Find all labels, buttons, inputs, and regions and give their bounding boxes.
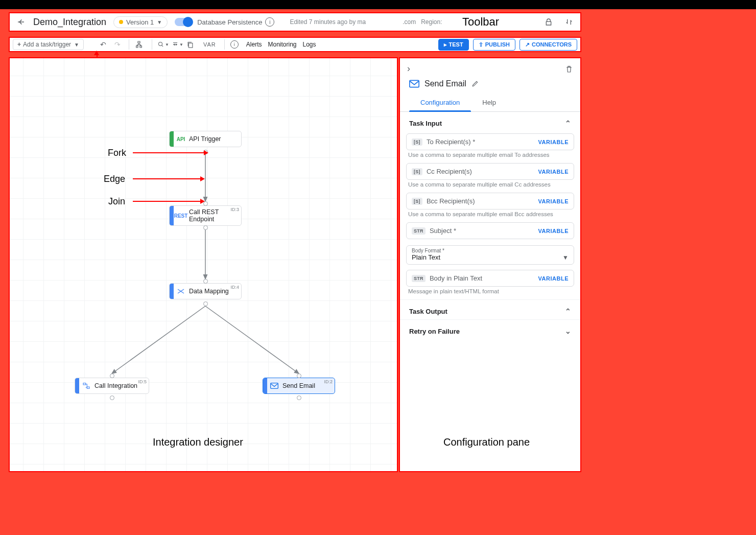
variable-link[interactable]: VARIABLE — [538, 139, 569, 145]
edit-name-button[interactable] — [471, 80, 479, 87]
node-port-out[interactable] — [110, 396, 114, 400]
node-label: Send Email — [281, 379, 320, 392]
section-label: Retry on Failure — [409, 328, 460, 335]
variable-link[interactable]: VARIABLE — [538, 169, 569, 175]
align-button[interactable]: ▼ — [172, 41, 183, 48]
separator — [152, 39, 152, 50]
undo-button[interactable]: ↶ — [98, 40, 109, 49]
retry-section-header[interactable]: Retry on Failure ⌄ — [400, 319, 580, 339]
zoom-button[interactable]: ▼ — [158, 41, 169, 48]
node-send-email[interactable]: Send Email ID:2 — [263, 378, 335, 394]
separator — [224, 39, 225, 50]
svg-line-4 — [112, 306, 205, 374]
logs-link[interactable]: Logs — [303, 41, 316, 48]
lock-icon[interactable] — [545, 18, 555, 26]
mail-icon — [409, 80, 419, 88]
section-label: Task Input — [409, 120, 442, 127]
config-bottom-label: Configuration pane — [443, 436, 530, 448]
redo-button[interactable]: ↷ — [112, 40, 123, 49]
data-mapping-icon — [174, 287, 188, 295]
chevron-down-icon: ▼ — [157, 19, 162, 25]
type-badge: [S] — [412, 168, 422, 175]
node-api-trigger[interactable]: API API Trigger — [169, 131, 242, 147]
status-dot-icon — [119, 20, 123, 24]
edges-layer — [10, 58, 398, 472]
toolbar-annotation: Toolbar — [462, 15, 499, 29]
bcc-helper: Use a comma to separate multiple email B… — [408, 211, 572, 217]
upload-icon: ⇧ — [479, 41, 483, 48]
svg-rect-7 — [87, 387, 89, 388]
node-port-out[interactable] — [203, 225, 208, 230]
config-header: › — [400, 58, 580, 76]
variable-link[interactable]: VARIABLE — [538, 275, 569, 282]
node-port-in[interactable] — [203, 279, 208, 284]
type-badge: STR — [412, 275, 426, 282]
node-stripe — [170, 131, 174, 147]
node-port-in[interactable] — [297, 374, 301, 378]
connectors-button[interactable]: ↗CONNECTORS — [519, 39, 577, 51]
edge-annotation: Edge — [104, 174, 125, 184]
config-title-row: Send Email — [400, 76, 580, 94]
task-output-section-header[interactable]: Task Output ⌃ — [400, 299, 580, 319]
section-label: Task Output — [409, 308, 447, 315]
integration-title: Demo_Integration — [33, 17, 106, 28]
node-data-mapping[interactable]: Data Mapping ID:4 — [169, 283, 242, 299]
variables-button[interactable]: VAR — [203, 41, 216, 48]
delete-button[interactable] — [565, 64, 573, 74]
node-stripe — [263, 378, 267, 393]
designer-bottom-label: Integration designer — [153, 436, 243, 448]
node-id: ID:3 — [230, 207, 239, 212]
back-button[interactable] — [15, 16, 27, 28]
node-id: ID:5 — [138, 379, 147, 384]
layout-button[interactable] — [135, 40, 146, 49]
task-input-section-header[interactable]: Task Input ⌃ — [400, 112, 580, 131]
subject-field[interactable]: STR Subject * VARIABLE — [406, 222, 574, 239]
select-label: Body Format * — [412, 248, 569, 253]
tab-help[interactable]: Help — [471, 94, 507, 111]
node-stripe — [170, 206, 174, 225]
version-label: Version 1 — [126, 18, 154, 26]
body-field[interactable]: STR Body in Plain Text VARIABLE — [406, 270, 574, 287]
svg-point-0 — [158, 42, 162, 45]
persistence-label: Database Persistence — [197, 18, 262, 26]
field-label: Subject * — [430, 227, 538, 235]
monitoring-link[interactable]: Monitoring — [268, 41, 296, 48]
body-format-select[interactable]: Body Format * Plain Text ▼ — [406, 245, 574, 265]
test-button[interactable]: ▸TEST — [438, 39, 469, 51]
variable-link[interactable]: VARIABLE — [538, 198, 569, 204]
to-recipients-field[interactable]: [S] To Recipient(s) * VARIABLE — [406, 133, 574, 150]
add-task-label: Add a task/trigger — [23, 41, 71, 48]
top-black-bar — [0, 0, 756, 9]
alerts-link[interactable]: Alerts — [246, 41, 262, 48]
persistence-toggle-wrap: Database Persistence i — [175, 17, 285, 27]
version-selector[interactable]: Version 1 ▼ — [113, 16, 168, 28]
publish-button[interactable]: ⇧PUBLISH — [473, 39, 515, 51]
swap-icon[interactable] — [565, 18, 575, 26]
node-call-integration[interactable]: Call Integration ID:5 — [75, 378, 149, 394]
collapse-pane-button[interactable]: › — [407, 63, 410, 74]
node-call-rest[interactable]: REST Call REST Endpoint ID:3 — [169, 205, 242, 226]
variable-link[interactable]: VARIABLE — [538, 228, 569, 234]
help-info-button[interactable]: i — [230, 40, 242, 49]
node-port-out[interactable] — [203, 301, 208, 306]
configuration-pane: › Send Email Configuration Help Task Inp… — [399, 57, 581, 472]
node-port-in[interactable] — [110, 374, 114, 378]
type-badge: [S] — [412, 138, 422, 146]
node-label: Call REST Endpoint — [188, 205, 229, 226]
cc-recipients-field[interactable]: [S] Cc Recipient(s) VARIABLE — [406, 163, 574, 180]
integration-designer-canvas[interactable]: API API Trigger REST Call REST Endpoint … — [9, 57, 398, 472]
annotation-line — [133, 152, 204, 153]
add-task-trigger-button[interactable]: + Add a task/trigger ▼ — [13, 39, 84, 50]
copy-button[interactable] — [186, 41, 198, 49]
node-id: ID:4 — [230, 285, 239, 290]
node-port-out[interactable] — [297, 396, 301, 400]
toolbar: Demo_Integration Version 1 ▼ Database Pe… — [9, 12, 581, 32]
bcc-recipients-field[interactable]: [S] Bcc Recipient(s) VARIABLE — [406, 193, 574, 210]
tab-configuration[interactable]: Configuration — [409, 94, 471, 111]
arrow-left-icon — [16, 17, 26, 27]
external-link-icon: ↗ — [525, 41, 530, 48]
type-badge: STR — [412, 227, 426, 235]
select-value: Plain Text — [412, 253, 562, 261]
info-icon[interactable]: i — [265, 17, 274, 27]
persistence-toggle[interactable] — [175, 18, 192, 26]
